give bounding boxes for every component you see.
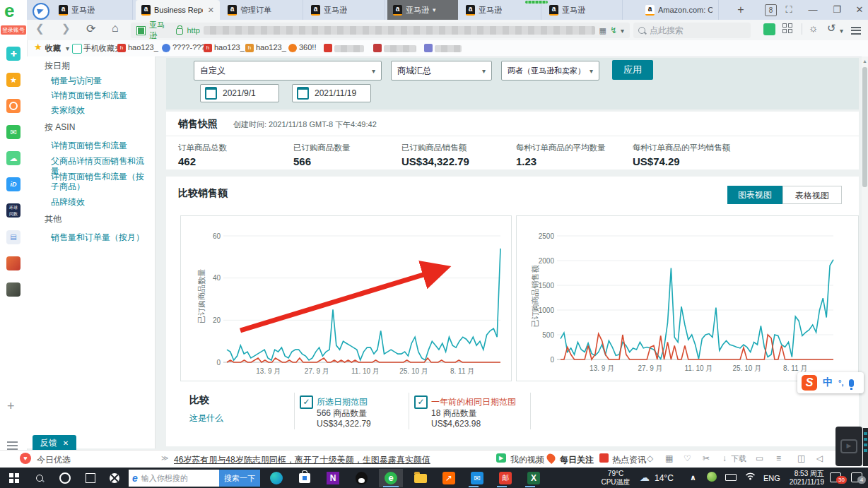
battery-icon[interactable] [725,474,737,481]
star-icon[interactable]: ★ [34,42,42,52]
taskbar-search-box[interactable]: e 输入你想搜的 搜索一下 [129,470,260,487]
wifi-icon[interactable] [745,472,756,482]
scroll-up-arrow[interactable]: ▲ [862,59,867,64]
night-mode-icon[interactable]: ☼ [809,22,819,34]
sogou-ime-bar[interactable]: S 中 °, [797,372,864,393]
ime-punctuation[interactable]: °, [838,379,843,387]
cpu-temp-widget[interactable]: 79°C CPU温度 [597,470,634,487]
menu-icon[interactable] [851,25,861,36]
microphone-icon[interactable] [849,379,854,387]
taskbar-wangwang-icon[interactable]: ↗ [437,469,461,487]
app-mail-icon[interactable]: ✉ [6,125,20,139]
channel-select[interactable]: 两者（亚马逊和卖家）▾ [501,61,599,81]
360-ball-icon[interactable] [707,472,717,482]
clip-icon[interactable]: ✂ [703,453,710,463]
browser-tab[interactable]: a 管理订单 [222,0,303,20]
app-cloud-icon[interactable]: ☁ [6,151,20,165]
news-headline[interactable]: 46岁苏有朋与48岁陈志朋同框，离开了十级美颜，生图暴露真实颜值 [174,454,430,466]
apps-grid-icon[interactable] [782,23,793,34]
reading-mode-icon[interactable] [763,23,775,35]
weather-cloud-icon[interactable]: ☁ [640,472,650,483]
add-app-icon[interactable]: + [7,399,15,414]
address-bar[interactable]: 亚马逊 http ▦ ↯ ▾ [131,23,630,38]
nav-seller-performance[interactable]: 卖家绩效 [51,105,151,115]
theme-icon[interactable]: ⛶ [780,0,797,20]
task-view-icon[interactable] [82,470,99,486]
download-link[interactable]: 下载 [731,453,746,464]
app-game2-icon[interactable] [6,282,20,297]
nav-detail-page-sales-asin[interactable]: 详情页面销售和流量 [51,141,151,150]
prior-year-checkbox[interactable]: ✓ [414,395,428,409]
browser-tab[interactable]: a Amazon.com: C [640,0,719,20]
close-button[interactable]: ✕ [851,0,868,20]
hot-news-link[interactable]: 热点资讯 [612,454,646,466]
close-icon[interactable]: ✕ [63,439,69,447]
login-badge[interactable]: 登录账号 [1,25,26,35]
bookmark-item[interactable]: hao123_ [256,43,286,52]
app-game1-icon[interactable] [6,256,20,270]
marketplace-select[interactable]: 商城汇总▾ [391,61,492,81]
nav-sales-orders-monthly[interactable]: 销售量和订单量（按月） [51,232,151,242]
language-indicator[interactable]: ENG [763,474,780,482]
tab-chart-view[interactable]: 图表视图 [727,186,782,204]
back-button[interactable]: ❮ [35,22,45,35]
image-icon[interactable]: ▦ [665,453,673,463]
browser-account-icon[interactable] [33,3,49,20]
taskbar-163mail-icon[interactable]: 邮 [493,469,517,487]
taskbar-360browser-icon-active[interactable]: e [379,469,403,487]
games-icon[interactable]: ≡ [776,453,781,463]
360-pinwheel-icon[interactable] [106,470,123,486]
app-game-center-icon[interactable]: ✚ [6,47,20,61]
date-to-input[interactable]: 2021/11/19 [292,84,371,102]
tray-expand-icon[interactable]: ∧ [690,473,696,482]
app-huanqiu-icon[interactable]: 环球问数 [6,203,20,218]
start-button[interactable] [6,470,23,486]
browser-tab[interactable]: a 亚马逊 [53,0,133,20]
chevron-down-icon[interactable]: ▾ [840,27,843,35]
nav-child-detail-sales[interactable]: 详情页面销售和流量（按子商品） [51,172,151,191]
nav-brand-performance[interactable]: 品牌绩效 [51,197,151,207]
maximize-button[interactable]: ❐ [828,0,845,20]
heart-outline-icon[interactable]: ♡ [684,453,691,463]
bookmark-item[interactable]: 360!! [299,43,316,52]
download-icon[interactable]: ↓ [722,453,727,463]
browser-tab[interactable]: a 亚马逊 [544,0,623,20]
bookmark-redacted[interactable] [384,45,416,52]
taskbar-excel-icon[interactable]: X [522,469,546,487]
bookmark-redacted[interactable] [435,45,462,52]
bookmark-favorites[interactable]: 收藏 [45,43,61,54]
home-button[interactable]: ⌂ [112,22,119,35]
app-id-icon[interactable]: iD [6,177,20,191]
bookmark-redacted[interactable] [334,45,364,52]
browser-tab-active[interactable]: a Business Reports ✕ [136,0,220,20]
apply-button[interactable]: 应用 [612,60,653,80]
bookmark-item[interactable]: 手机收藏夹 [83,43,122,54]
ime-mode-chinese[interactable]: 中 [823,376,833,389]
tab-close-icon[interactable]: ✕ [208,6,214,15]
tab-table-view[interactable]: 表格视图 [782,186,842,204]
taskbar-explorer-icon[interactable] [409,469,433,487]
feedback-button[interactable]: 反馈 ✕ [33,435,76,451]
browser-tab[interactable]: a 亚马逊 [305,0,385,20]
chevron-down-icon[interactable]: ▾ [621,27,624,35]
app-weibo-icon[interactable] [6,99,20,113]
scrollbar-thumb[interactable] [862,67,867,187]
cortana-icon[interactable] [57,470,74,486]
my-video-link[interactable]: 我的视频 [510,454,544,466]
speed-boost-icon[interactable]: ↯ [610,25,617,35]
qrcode-icon[interactable]: ▦ [599,26,606,35]
screen-recorder-button[interactable]: ▶ [835,427,862,466]
browser-tab-menu-open[interactable]: a 亚马逊 ▾ [387,0,458,20]
weather-temp[interactable]: 14°C [655,474,674,482]
date-range-select[interactable]: 自定义▾ [194,61,382,81]
app-favorites-icon[interactable]: ★ [6,73,20,87]
restore-session-icon[interactable]: ↺ [827,22,836,35]
sogou-logo[interactable]: S [802,375,817,391]
nav-sales-traffic[interactable]: 销量与访问量 [51,76,151,85]
taskbar-onenote-icon[interactable]: N [321,469,345,487]
whats-this-link[interactable]: 这是什么 [189,412,223,424]
clock-widget[interactable]: 8:53 周五 2021/11/19 [783,470,824,487]
minimize-button[interactable]: — [804,0,821,20]
taskbar-mail-icon[interactable]: ✉ [465,469,489,487]
browser-logo[interactable]: e [4,0,14,22]
